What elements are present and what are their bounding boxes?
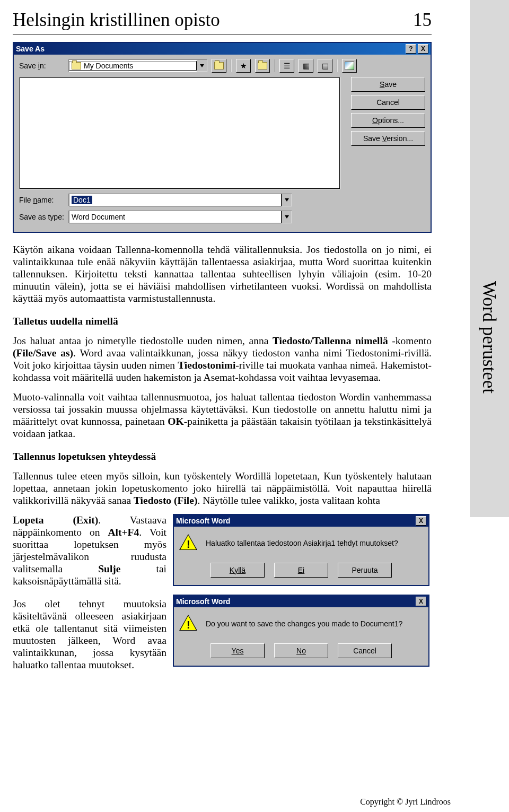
separator (274, 59, 275, 72)
save-in-label: Save in: (19, 62, 64, 70)
save-type-label: Save as type: (19, 213, 64, 221)
warning-icon: ! (179, 615, 197, 633)
save-in-value: My Documents (84, 62, 133, 70)
help-icon[interactable]: ? (406, 44, 416, 54)
save-version-button[interactable]: Save Version... (351, 131, 425, 146)
heading: Talletus uudella nimellä (13, 315, 432, 327)
folder-icon (72, 62, 81, 69)
page-title: Helsingin kristillinen opisto (13, 10, 220, 31)
no-button[interactable]: Ei (274, 563, 328, 578)
chevron-down-icon[interactable] (282, 194, 292, 206)
preview-icon[interactable] (342, 59, 357, 73)
article-body: Käytön aikana voidaan Tallenna-komennoll… (13, 243, 432, 673)
favorites-icon[interactable]: ★ (236, 59, 251, 73)
heading: Tallennus lopetuksen yhteydessä (13, 450, 432, 462)
msgbox-text: Do you want to save the changes you made… (206, 619, 402, 628)
page-header: Helsingin kristillinen opisto 15 (13, 10, 432, 34)
dialog-title: Save As (16, 45, 45, 53)
file-name-value: Doc1 (72, 196, 92, 204)
new-folder-icon[interactable] (255, 59, 270, 73)
save-as-dialog: Save As ? X Save in: My Documents ★ (13, 42, 432, 233)
close-icon[interactable]: X (418, 44, 428, 54)
file-name-label: File name: (19, 196, 64, 204)
paragraph: Lopeta (Exit). Vastaava näppäinkomento o… (13, 514, 166, 587)
close-icon[interactable]: X (416, 516, 426, 526)
props-view-icon[interactable]: ▤ (318, 59, 332, 73)
side-column (470, 0, 509, 517)
detail-view-icon[interactable]: ▦ (299, 59, 313, 73)
yes-button[interactable]: Yes (210, 643, 265, 658)
separator (231, 59, 232, 72)
paragraph: Käytön aikana voidaan Tallenna-komennoll… (13, 243, 432, 304)
page-number: 15 (413, 10, 432, 31)
chevron-down-icon[interactable] (282, 211, 292, 223)
warning-icon: ! (179, 534, 197, 552)
save-in-dropdown[interactable]: My Documents (68, 59, 207, 72)
options-button[interactable]: Options... (351, 113, 425, 128)
side-title: Word perusteet (478, 281, 499, 394)
chevron-down-icon[interactable] (197, 60, 207, 72)
save-type-value: Word Document (72, 213, 125, 221)
msgbox-title: Microsoft Word (176, 597, 230, 606)
separator (337, 59, 338, 72)
msgbox-title: Microsoft Word (176, 517, 230, 526)
save-type-dropdown[interactable]: Word Document (68, 211, 292, 223)
paragraph: Jos haluat antaa jo nimetylle tiedostoll… (13, 335, 432, 383)
file-list-area[interactable] (19, 77, 340, 189)
close-icon[interactable]: X (416, 597, 426, 606)
yes-button[interactable]: Kyllä (210, 563, 265, 578)
file-name-input[interactable]: Doc1 (68, 194, 292, 206)
dialog-titlebar[interactable]: Save As ? X (14, 43, 431, 55)
cancel-button[interactable]: Cancel (338, 643, 392, 658)
list-view-icon[interactable]: ☰ (279, 59, 294, 73)
up-folder-icon[interactable] (212, 59, 226, 73)
copyright: Copyright © Jyri Lindroos (360, 797, 451, 807)
cancel-button[interactable]: Cancel (351, 95, 425, 110)
msgbox-text: Haluatko tallentaa tiedostoon Asiakirja1… (206, 539, 398, 548)
cancel-button[interactable]: Peruuta (338, 563, 392, 578)
paragraph: Jos olet tehnyt muutoksia käsiteltävänä … (13, 598, 166, 671)
message-box-fi: Microsoft WordX ! Haluatko tallentaa tie… (173, 514, 429, 586)
save-button[interactable]: Save (351, 77, 425, 92)
message-box-en: Microsoft WordX ! Do you want to save th… (173, 595, 429, 667)
no-button[interactable]: No (274, 643, 328, 658)
paragraph: Tallennus tulee eteen myös silloin, kun … (13, 470, 432, 507)
paragraph: Muoto-valinnalla voit vaihtaa tallennusm… (13, 391, 432, 440)
